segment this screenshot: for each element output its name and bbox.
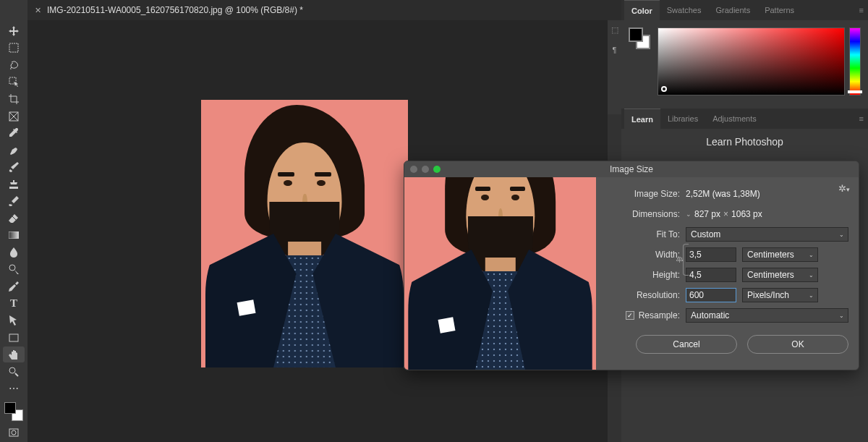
svg-point-6 xyxy=(9,367,15,373)
zoom-tool[interactable] xyxy=(3,364,25,380)
marquee-tool[interactable] xyxy=(3,41,25,56)
width-unit-value: Centimeters xyxy=(747,250,794,260)
dimensions-width: 827 px xyxy=(694,209,720,219)
gradient-tool[interactable] xyxy=(3,228,25,244)
preview-image xyxy=(404,177,596,370)
move-tool[interactable] xyxy=(3,23,25,39)
crop-tool[interactable] xyxy=(3,91,25,107)
brush-tool[interactable] xyxy=(3,159,25,175)
tab-learn[interactable]: Learn xyxy=(624,109,660,129)
svg-point-4 xyxy=(9,265,15,271)
width-unit-select[interactable]: Centimeters ⌄ xyxy=(742,247,818,262)
fit-to-label: Fit To: xyxy=(606,229,686,239)
foreground-color-swatch[interactable] xyxy=(4,402,16,414)
tab-libraries[interactable]: Libraries xyxy=(660,109,705,129)
dodge-tool[interactable] xyxy=(3,262,25,278)
height-unit-value: Centimeters xyxy=(747,270,794,280)
dimensions-label: Dimensions: xyxy=(606,209,686,219)
frame-tool[interactable] xyxy=(3,109,25,124)
svg-rect-0 xyxy=(9,43,18,52)
resolution-label: Resolution: xyxy=(606,290,686,300)
type-tool[interactable]: T xyxy=(3,296,25,312)
color-fgbg-swatch[interactable] xyxy=(629,27,650,49)
dialog-form: ✲▾ Image Size: 2,52M (was 1,38M) Dimensi… xyxy=(596,177,859,370)
hand-tool[interactable] xyxy=(3,347,25,362)
svg-rect-5 xyxy=(9,334,18,341)
rectangle-tool[interactable] xyxy=(3,330,25,346)
dialog-titlebar[interactable]: Image Size xyxy=(404,161,859,177)
pen-tool[interactable] xyxy=(3,279,25,294)
dialog-settings-icon[interactable]: ✲▾ xyxy=(838,183,850,194)
color-panel-menu-icon[interactable]: ≡ xyxy=(859,6,864,14)
learn-heading: Learn Photoshop xyxy=(706,136,783,148)
close-tab-icon[interactable]: ✕ xyxy=(35,6,41,15)
dock-icon-2[interactable]: ¶ xyxy=(610,45,620,55)
lasso-tool[interactable] xyxy=(3,57,25,73)
path-selection-tool[interactable] xyxy=(3,313,25,328)
eraser-tool[interactable] xyxy=(3,211,25,226)
hue-slider[interactable] xyxy=(849,27,861,95)
cancel-button[interactable]: Cancel xyxy=(636,335,737,354)
fit-to-select[interactable]: Custom ⌄ xyxy=(686,227,848,242)
dimensions-height: 1063 px xyxy=(731,209,762,219)
blur-tool[interactable] xyxy=(3,245,25,260)
history-brush-tool[interactable] xyxy=(3,193,25,209)
healing-brush-tool[interactable] xyxy=(3,143,25,158)
dimensions-unit-toggle[interactable]: ⌄ xyxy=(686,211,692,218)
svg-point-8 xyxy=(12,430,16,435)
image-size-dialog: Image Size ✲▾ Image Size: 2,52M (was xyxy=(404,161,859,370)
dialog-title: Image Size xyxy=(404,164,859,174)
height-label: Height: xyxy=(606,270,686,280)
saturation-value-picker[interactable] xyxy=(658,27,845,95)
quick-mask-toggle[interactable] xyxy=(3,425,25,441)
learn-panel-menu-icon[interactable]: ≡ xyxy=(859,114,864,123)
chevron-down-icon: ⌄ xyxy=(809,272,814,279)
height-unit-select[interactable]: Centimeters ⌄ xyxy=(742,268,818,282)
chevron-down-icon: ⌄ xyxy=(809,252,814,258)
chevron-down-icon: ⌄ xyxy=(809,292,814,299)
resample-select[interactable]: Automatic ⌄ xyxy=(686,308,848,323)
hue-handle[interactable] xyxy=(848,90,862,93)
color-panel xyxy=(621,20,868,109)
resolution-unit-select[interactable]: Pixels/Inch ⌄ xyxy=(742,288,818,302)
document-image xyxy=(201,100,408,367)
resolution-input[interactable] xyxy=(686,288,736,302)
tab-gradients[interactable]: Gradients xyxy=(708,0,757,20)
width-label: Width: xyxy=(606,250,686,260)
ok-button[interactable]: OK xyxy=(747,335,848,354)
resolution-unit-value: Pixels/Inch xyxy=(747,290,789,300)
fit-to-value: Custom xyxy=(691,229,720,239)
tab-color[interactable]: Color xyxy=(624,0,660,20)
constrain-proportions-icon[interactable]: 𐄷 xyxy=(683,244,694,276)
color-panel-tabs: Color Swatches Gradients Patterns ≡ xyxy=(621,0,868,20)
tab-patterns[interactable]: Patterns xyxy=(757,0,801,20)
eyedropper-tool[interactable] xyxy=(3,125,25,141)
collapsed-panel-dock: ⬚ ¶ xyxy=(608,20,621,114)
resample-checkbox[interactable]: ✓ xyxy=(626,311,634,320)
edit-toolbar-icon[interactable]: ⋯ xyxy=(3,381,25,396)
chevron-down-icon: ⌄ xyxy=(839,231,844,238)
document-title: IMG-20210511-WA0005_1620756170820.jpg @ … xyxy=(47,5,303,15)
learn-panel-tabs: Learn Libraries Adjustments ≡ xyxy=(621,109,868,129)
tools-panel: T ⋯ xyxy=(0,0,27,442)
object-selection-tool[interactable] xyxy=(3,75,25,90)
dock-icon-1[interactable]: ⬚ xyxy=(610,25,620,35)
image-size-label: Image Size: xyxy=(606,189,686,199)
image-size-value: 2,52M (was 1,38M) xyxy=(686,189,760,199)
chevron-down-icon: ⌄ xyxy=(839,313,844,319)
dialog-preview[interactable] xyxy=(404,177,596,370)
dimensions-x: × xyxy=(723,209,728,219)
svg-rect-3 xyxy=(9,231,19,239)
sv-handle[interactable] xyxy=(661,86,667,92)
resample-label: Resample: xyxy=(639,310,680,320)
clone-stamp-tool[interactable] xyxy=(3,177,25,192)
tab-adjustments[interactable]: Adjustments xyxy=(705,109,764,129)
tab-swatches[interactable]: Swatches xyxy=(660,0,709,20)
foreground-background-swatch[interactable] xyxy=(4,402,23,420)
resample-value: Automatic xyxy=(691,310,729,320)
